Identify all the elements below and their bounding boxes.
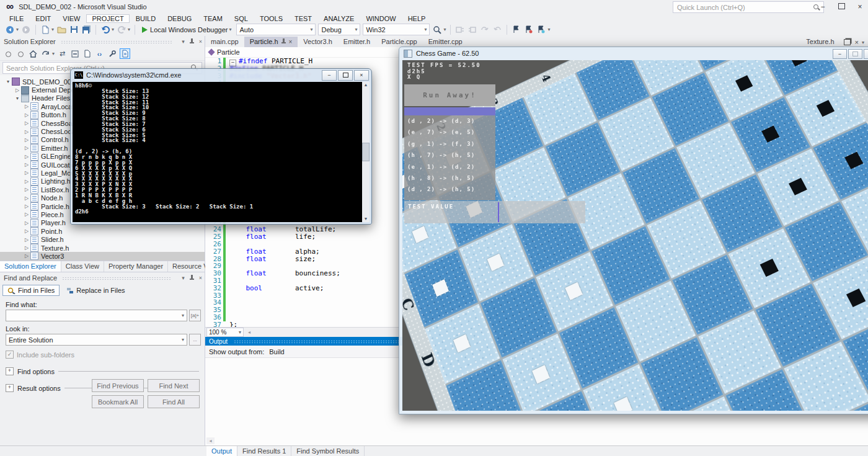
refresh-icon[interactable]: ⇄ <box>58 49 67 58</box>
pin-icon[interactable] <box>190 38 194 45</box>
cmd-close-button[interactable]: × <box>354 70 369 81</box>
save-all-icon[interactable] <box>81 25 91 35</box>
undo-dropdown[interactable]: ▾ <box>112 27 114 32</box>
menu-window[interactable]: WINDOW <box>360 14 401 23</box>
output-hscroll-left-arrow[interactable]: ◂ <box>206 437 215 444</box>
close-document-icon[interactable]: × <box>855 38 859 46</box>
scroll-up-icon[interactable]: ▲ <box>364 82 368 88</box>
solution-explorer-header[interactable]: Solution Explorer ▾ × <box>0 36 205 47</box>
expander-icon[interactable]: ▷ <box>24 112 30 118</box>
bookmark-all-button[interactable]: Bookmark All <box>92 395 144 408</box>
include-subfolders-checkbox[interactable]: ✓ Include sub-folders <box>6 351 205 359</box>
browse-button[interactable]: ... <box>189 334 201 346</box>
look-in-combo[interactable]: Entire Solution▾ <box>6 334 187 346</box>
sync-icon[interactable] <box>41 49 50 58</box>
start-debugger-button[interactable]: Local Windows Debugger ▾ <box>140 24 234 35</box>
tab-output[interactable]: Output <box>206 446 237 456</box>
close-icon[interactable]: × <box>199 275 202 281</box>
expander-icon[interactable]: ▷ <box>24 212 30 217</box>
expander-icon[interactable]: ▷ <box>24 154 30 159</box>
pin-icon[interactable] <box>281 38 286 45</box>
tree-item-point-h[interactable]: ▷Point.h <box>0 227 205 235</box>
find-in-files-icon[interactable] <box>432 25 442 35</box>
chevron-down-icon[interactable]: ▾ <box>182 38 185 45</box>
tab-find-results-1[interactable]: Find Results 1 <box>237 446 291 456</box>
home-icon[interactable] <box>29 49 38 58</box>
expander-icon[interactable]: ▾ <box>5 79 11 84</box>
editor-tab-emitter-cpp[interactable]: Emitter.cpp <box>423 37 468 47</box>
chess-game-window[interactable]: Chess Game - 62.50 − × ABCDEFGH12345678 … <box>399 47 868 414</box>
save-icon[interactable] <box>69 25 79 35</box>
watch-mode-combo[interactable]: Auto▾ <box>236 24 316 35</box>
window-stack-icon[interactable] <box>844 39 851 45</box>
close-icon[interactable]: × <box>199 38 202 45</box>
find-all-button[interactable]: Find All <box>148 395 200 408</box>
show-all-files-icon[interactable] <box>82 49 92 58</box>
collapse-all-icon[interactable] <box>70 49 79 58</box>
code-view-icon[interactable]: ‹› <box>95 49 104 58</box>
cmd-window[interactable]: C:\ C:\Windows\system32\cmd.exe − × h8h6… <box>70 68 372 225</box>
expander-icon[interactable]: ▷ <box>24 120 30 126</box>
expander-icon[interactable]: ▷ <box>14 87 20 93</box>
expander-icon[interactable]: ▾ <box>14 96 20 101</box>
minimize-button[interactable]: − <box>818 2 827 11</box>
scroll-thumb[interactable] <box>362 143 370 161</box>
tree-item-vector3[interactable]: ▷Vector3 <box>0 252 205 260</box>
pin-icon[interactable] <box>190 275 194 281</box>
navigate-back-icon[interactable] <box>5 25 15 35</box>
zoom-control[interactable]: 100 %▾ <box>206 328 244 337</box>
bookmark-flag-icon-3[interactable] <box>536 25 546 35</box>
expander-icon[interactable]: ▷ <box>24 195 30 201</box>
find-what-input[interactable]: ▾ <box>6 310 187 321</box>
tab-property-manager[interactable]: Property Manager <box>104 261 168 272</box>
find-panel-header[interactable]: Find and Replace ▾ × <box>0 272 205 284</box>
navigate-back-dropdown[interactable]: ▾ <box>16 27 19 32</box>
tab-find-in-files[interactable]: Find in Files <box>2 285 60 296</box>
menu-sql[interactable]: SQL <box>229 14 254 23</box>
tree-item-texture-h[interactable]: ▷Texture.h <box>0 244 205 252</box>
platform-combo[interactable]: Win32▾ <box>363 24 430 35</box>
menu-view[interactable]: VIEW <box>57 14 86 23</box>
expander-icon[interactable]: ▷ <box>24 220 30 226</box>
scroll-down-icon[interactable]: ▼ <box>364 216 368 222</box>
expander-icon[interactable]: ▷ <box>24 253 30 259</box>
menu-edit[interactable]: EDIT <box>30 14 56 23</box>
expander-icon[interactable]: ▷ <box>24 228 30 234</box>
editor-tab-vector3-h[interactable]: Vector3.h <box>298 37 337 47</box>
new-file-icon[interactable] <box>40 25 50 35</box>
expander-icon[interactable]: ▷ <box>24 237 30 243</box>
chevron-down-icon[interactable]: ▾ <box>182 275 185 281</box>
expander-icon[interactable]: ▷ <box>24 187 30 192</box>
back-icon[interactable] <box>4 49 13 58</box>
quick-launch-input[interactable]: Quick Launch (Ctrl+Q) <box>673 1 824 13</box>
close-tab-icon[interactable]: × <box>289 38 293 45</box>
toolbar-gray-icon-2[interactable] <box>467 25 477 35</box>
menu-project[interactable]: PROJECT <box>86 14 129 23</box>
redo-icon[interactable] <box>117 25 126 35</box>
toolbar-gray-icon-4[interactable] <box>492 25 502 35</box>
editor-tab-emitter-h[interactable]: Emitter.h <box>338 37 376 47</box>
expander-icon[interactable]: ▷ <box>24 104 30 109</box>
menu-build[interactable]: BUILD <box>130 14 161 23</box>
editor-tab-main-cpp[interactable]: main.cpp <box>205 37 244 47</box>
find-next-button[interactable]: Find Next <box>148 379 200 392</box>
close-button[interactable]: × <box>856 2 864 11</box>
cmd-scrollbar[interactable]: ▲ ▼ <box>362 82 370 222</box>
game-titlebar[interactable]: Chess Game - 62.50 <box>399 47 868 60</box>
cmd-titlebar[interactable]: C:\ C:\Windows\system32\cmd.exe − × <box>71 69 371 81</box>
configuration-combo[interactable]: Debug▾ <box>318 24 360 35</box>
tab-class-view[interactable]: Class View <box>61 261 104 272</box>
run-away-button[interactable]: Run Away! <box>404 84 495 106</box>
toolbar-gray-icon-1[interactable] <box>455 25 465 35</box>
expander-icon[interactable]: ▷ <box>24 162 30 168</box>
menu-tools[interactable]: TOOLS <box>254 14 288 23</box>
bookmark-flag-icon-1[interactable] <box>512 25 521 35</box>
editor-tab-texture-h[interactable]: Texture.h <box>800 37 839 47</box>
toolbar-overflow-dropdown[interactable]: ▾ <box>547 27 550 32</box>
bookmark-flag-icon-2[interactable] <box>524 25 534 35</box>
cmd-maximize-button[interactable] <box>338 70 353 81</box>
tree-item-slider-h[interactable]: ▷Slider.h <box>0 235 205 243</box>
editor-tab-particle-cpp[interactable]: Particle.cpp <box>376 37 422 47</box>
menu-help[interactable]: HELP <box>402 14 432 23</box>
preview-selected-items-icon[interactable] <box>120 48 130 59</box>
